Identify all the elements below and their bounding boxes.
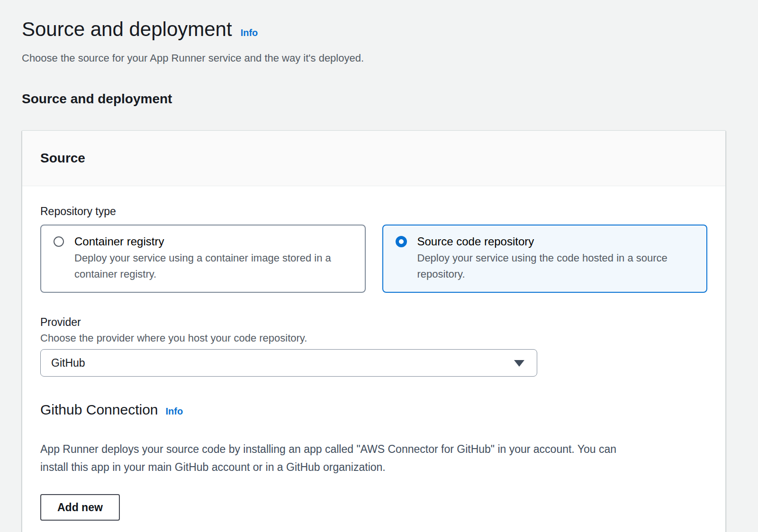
tile-source-code-repository[interactable]: Source code repository Deploy your servi… [382, 225, 708, 293]
description-line: install this app in your main GitHub acc… [40, 458, 707, 476]
page-header: Source and deployment Info [22, 17, 726, 42]
source-card-title: Source [40, 150, 707, 167]
section-heading: Source and deployment [22, 91, 726, 107]
add-new-button[interactable]: Add new [40, 494, 120, 521]
tile-text: Container registry Deploy your service u… [74, 234, 352, 282]
tile-title: Source code repository [417, 234, 695, 249]
tile-container-registry[interactable]: Container registry Deploy your service u… [40, 225, 366, 293]
provider-select[interactable]: GitHub [40, 349, 537, 377]
page-title-info-link[interactable]: Info [241, 27, 258, 38]
github-connection-header: Github Connection Info [40, 400, 707, 419]
description-line: App Runner deploys your source code by i… [40, 440, 707, 458]
source-card: Source Repository type Container registr… [22, 130, 726, 532]
caret-down-icon [514, 360, 524, 367]
radio-button-icon[interactable] [54, 236, 64, 247]
provider-label: Provider [40, 315, 707, 329]
github-connection-heading: Github Connection [40, 400, 158, 419]
repository-type-tiles: Container registry Deploy your service u… [40, 225, 707, 293]
source-card-header: Source [22, 131, 725, 186]
tile-description: Deploy your service using the code hoste… [417, 250, 695, 282]
provider-description: Choose the provider where you host your … [40, 331, 707, 345]
tile-description: Deploy your service using a container im… [74, 250, 352, 282]
repository-type-label: Repository type [40, 204, 707, 218]
github-connection-info-link[interactable]: Info [166, 406, 183, 417]
tile-text: Source code repository Deploy your servi… [417, 234, 695, 282]
tile-title: Container registry [74, 234, 352, 249]
source-card-body: Repository type Container registry Deplo… [22, 186, 725, 532]
radio-button-selected-icon[interactable] [396, 236, 407, 247]
page-subtitle: Choose the source for your App Runner se… [22, 51, 726, 65]
page-title: Source and deployment [22, 17, 232, 42]
github-connection-description: App Runner deploys your source code by i… [40, 440, 707, 476]
provider-select-value: GitHub [51, 357, 85, 370]
page: Source and deployment Info Choose the so… [0, 0, 758, 532]
